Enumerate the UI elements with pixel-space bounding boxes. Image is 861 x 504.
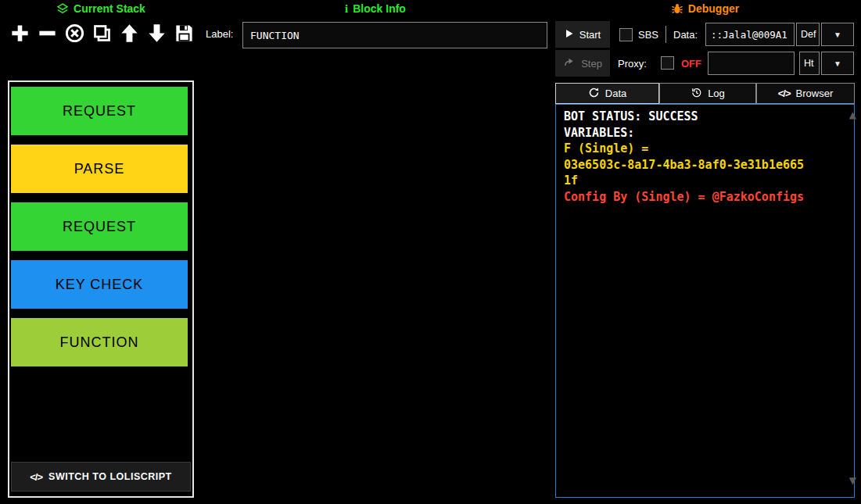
console-line: 1f xyxy=(564,173,846,189)
divider xyxy=(665,26,666,43)
proxy-checkbox[interactable] xyxy=(661,56,674,70)
wordlist-type-dropdown[interactable]: ▼ xyxy=(821,23,854,46)
switch-to-loliscript-button[interactable]: </> SWITCH TO LOLISCRIPT xyxy=(11,462,191,491)
stacker-screen: Current Stack i Block Info Debugger xyxy=(0,0,861,504)
play-icon xyxy=(565,28,574,41)
tab-data[interactable]: Data xyxy=(555,83,659,104)
proxy-input[interactable] xyxy=(708,52,795,75)
circle-x-icon xyxy=(64,23,85,44)
console-line: 03e6503c-8a17-4ba3-8af0-3e31b1e665 xyxy=(564,157,846,173)
code-icon: </> xyxy=(30,471,42,483)
proxy-type-value[interactable]: Ht xyxy=(799,52,820,75)
stack-block-request-2[interactable]: REQUEST xyxy=(11,202,188,251)
save-icon xyxy=(174,23,195,44)
proxy-state-badge: OFF xyxy=(681,58,701,70)
debugger-label: Debugger xyxy=(688,2,739,15)
plus-icon xyxy=(9,23,30,44)
move-up-button[interactable] xyxy=(117,20,142,46)
minus-icon xyxy=(37,23,58,44)
current-stack-header: Current Stack xyxy=(8,1,194,16)
data-input[interactable] xyxy=(705,23,795,46)
bug-icon xyxy=(671,2,683,15)
stack-icon xyxy=(56,2,69,15)
clear-stack-button[interactable] xyxy=(63,20,87,46)
move-down-button[interactable] xyxy=(145,20,169,46)
tab-browser[interactable]: </> Browser xyxy=(756,83,855,104)
scroll-down-icon[interactable]: ▼ xyxy=(849,475,856,486)
info-icon: i xyxy=(345,2,348,16)
data-caption: Data: xyxy=(673,29,698,41)
chevron-down-icon: ▼ xyxy=(834,30,841,39)
start-label: Start xyxy=(579,29,601,41)
arrow-up-icon xyxy=(119,23,140,44)
step-label: Step xyxy=(581,58,602,70)
step-icon xyxy=(563,57,576,70)
tab-browser-label: Browser xyxy=(796,88,834,99)
history-icon xyxy=(691,87,702,101)
stack-toolbar xyxy=(8,20,196,46)
console-line: BOT STATUS: SUCCESS xyxy=(564,109,846,125)
remove-block-button[interactable] xyxy=(35,20,59,46)
refresh-icon xyxy=(588,87,600,101)
proxy-type-dropdown[interactable]: ▼ xyxy=(821,52,854,75)
clone-block-button[interactable] xyxy=(90,20,114,46)
stack-block-keycheck[interactable]: KEY CHECK xyxy=(11,260,188,309)
console-output: BOT STATUS: SUCCESS VARIABLES: F (Single… xyxy=(555,104,855,498)
add-block-button[interactable] xyxy=(8,20,32,46)
debugger-header: Debugger xyxy=(555,1,855,16)
stack-panel: REQUEST PARSE REQUEST KEY CHECK FUNCTION… xyxy=(8,80,194,498)
block-info-header: i Block Info xyxy=(297,1,454,16)
console-line: F (Single) = xyxy=(564,141,846,157)
block-info-label: Block Info xyxy=(353,2,406,15)
scroll-up-icon[interactable]: ▲ xyxy=(849,109,856,120)
proxy-caption: Proxy: xyxy=(618,58,647,70)
stack-block-parse[interactable]: PARSE xyxy=(11,145,188,193)
viewer-tabs: Data Log </> Browser xyxy=(555,83,855,104)
tab-log[interactable]: Log xyxy=(659,83,756,104)
stack-block-function[interactable]: FUNCTION xyxy=(11,318,188,366)
save-config-button[interactable] xyxy=(172,20,196,46)
block-label-input[interactable] xyxy=(242,22,547,48)
code-icon: </> xyxy=(778,88,791,99)
sbs-checkbox[interactable] xyxy=(619,28,633,41)
wordlist-type-value[interactable]: Def xyxy=(796,23,820,46)
block-label-caption: Label: xyxy=(206,28,233,40)
tab-log-label: Log xyxy=(708,88,725,99)
switch-label: SWITCH TO LOLISCRIPT xyxy=(48,471,172,482)
start-button[interactable]: Start xyxy=(555,21,610,48)
stack-block-request-1[interactable]: REQUEST xyxy=(11,87,188,135)
arrow-down-icon xyxy=(146,23,167,44)
console-line: Config By (Single) = @FazkoConfigs xyxy=(564,189,846,206)
step-button[interactable]: Step xyxy=(555,50,610,77)
console-line: VARIABLES: xyxy=(564,125,846,141)
copy-icon xyxy=(91,23,113,44)
sbs-label: SBS xyxy=(638,29,658,41)
current-stack-label: Current Stack xyxy=(74,2,145,15)
tab-data-label: Data xyxy=(605,88,626,99)
chevron-down-icon: ▼ xyxy=(834,59,841,68)
